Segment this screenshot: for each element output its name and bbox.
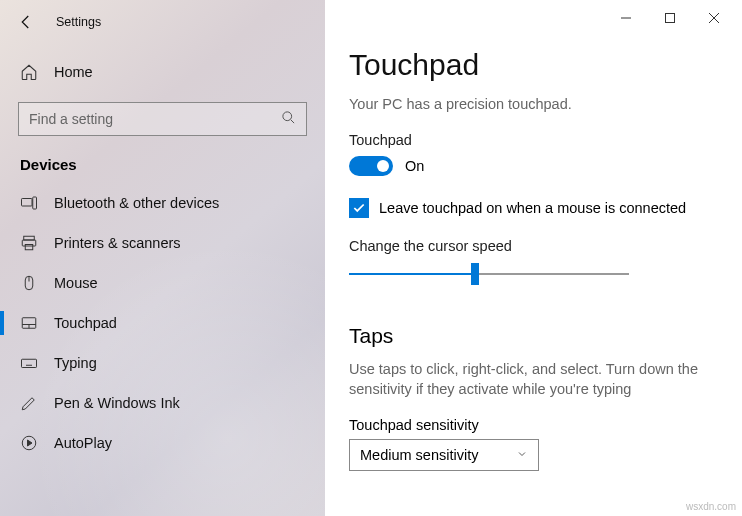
sidebar-item-touchpad[interactable]: Touchpad [0,303,325,343]
svg-rect-4 [22,240,36,246]
sidebar-section-header: Devices [0,136,325,183]
page-title: Touchpad [349,48,714,82]
sidebar-item-label: Mouse [54,275,98,291]
sidebar-item-label: Pen & Windows Ink [54,395,180,411]
chevron-down-icon [516,447,528,463]
touchpad-toggle[interactable] [349,156,393,176]
sidebar-item-label: AutoPlay [54,435,112,451]
page-subtitle: Your PC has a precision touchpad. [349,96,714,112]
maximize-button[interactable] [648,4,692,32]
svg-rect-11 [22,359,37,367]
search-icon [281,110,296,128]
svg-rect-3 [24,236,35,240]
sidebar-item-label: Touchpad [54,315,117,331]
leave-on-checkbox-label: Leave touchpad on when a mouse is connec… [379,200,686,216]
taps-header: Taps [349,324,714,348]
sidebar-item-printers[interactable]: Printers & scanners [0,223,325,263]
sidebar-item-bluetooth[interactable]: Bluetooth & other devices [0,183,325,223]
sidebar-item-label: Bluetooth & other devices [54,195,219,211]
search-box[interactable] [18,102,307,136]
watermark: wsxdn.com [686,501,736,512]
nav-home[interactable]: Home [0,52,325,92]
nav-home-label: Home [54,64,93,80]
mouse-icon [20,274,38,292]
sidebar-item-label: Printers & scanners [54,235,181,251]
sensitivity-value: Medium sensitivity [360,447,478,463]
cursor-speed-label: Change the cursor speed [349,238,714,254]
touchpad-icon [20,314,38,332]
minimize-button[interactable] [604,4,648,32]
cursor-speed-slider[interactable] [349,264,629,286]
sensitivity-label: Touchpad sensitivity [349,417,714,433]
sidebar-item-label: Typing [54,355,97,371]
svg-rect-1 [22,199,33,207]
devices-icon [20,194,38,212]
sidebar-item-autoplay[interactable]: AutoPlay [0,423,325,463]
sidebar-item-pen[interactable]: Pen & Windows Ink [0,383,325,423]
window-title: Settings [56,15,101,29]
close-button[interactable] [692,4,736,32]
svg-rect-2 [33,197,37,209]
keyboard-icon [20,354,38,372]
printer-icon [20,234,38,252]
svg-rect-19 [666,14,675,23]
svg-rect-5 [25,245,33,250]
sidebar-item-mouse[interactable]: Mouse [0,263,325,303]
pen-icon [20,394,38,412]
search-input[interactable] [29,111,281,127]
autoplay-icon [20,434,38,452]
svg-point-0 [283,112,292,121]
touchpad-toggle-label: Touchpad [349,132,714,148]
sidebar-item-typing[interactable]: Typing [0,343,325,383]
back-button[interactable] [14,10,38,34]
touchpad-toggle-state: On [405,158,424,174]
home-icon [20,63,38,81]
sensitivity-select[interactable]: Medium sensitivity [349,439,539,471]
leave-on-checkbox[interactable] [349,198,369,218]
taps-description: Use taps to click, right-click, and sele… [349,360,714,399]
